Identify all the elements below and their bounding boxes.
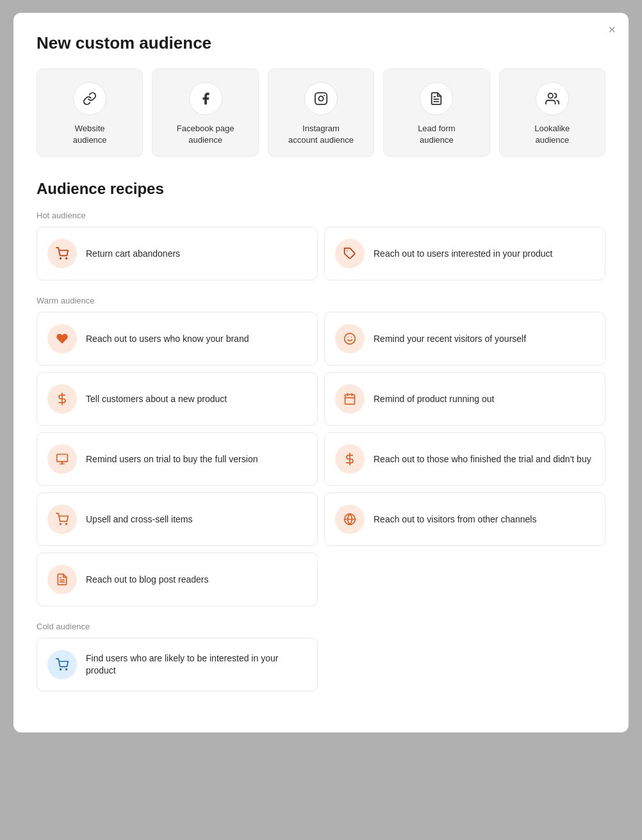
website-icon <box>73 82 106 115</box>
product-running-out-text: Remind of product running out <box>374 393 494 406</box>
svg-point-20 <box>60 524 62 525</box>
audience-type-instagram[interactable]: Instagram account audience <box>268 69 374 157</box>
recipes-container: Hot audienceReturn cart abandonersReach … <box>37 211 605 691</box>
recipe-new-product[interactable]: Tell customers about a new product <box>37 372 318 426</box>
upsell-text: Upsell and cross-sell items <box>86 513 193 526</box>
recipe-other-channels[interactable]: Reach out to visitors from other channel… <box>324 492 605 546</box>
svg-rect-12 <box>345 395 355 405</box>
svg-point-6 <box>66 258 67 259</box>
modal-title: New custom audience <box>37 33 605 53</box>
group-hot-audience: Hot audienceReturn cart abandonersReach … <box>37 211 605 280</box>
facebook-icon <box>189 82 222 115</box>
instagram-label: Instagram account audience <box>288 123 354 146</box>
svg-point-21 <box>66 524 67 525</box>
recipe-find-users[interactable]: Find users who are likely to be interest… <box>37 638 318 691</box>
leadform-icon <box>420 82 453 115</box>
interested-product-text: Reach out to users interested in your pr… <box>374 248 552 261</box>
audience-type-facebook[interactable]: Facebook page audience <box>152 69 258 157</box>
other-channels-icon <box>335 505 365 534</box>
return-cart-text: Return cart abandoners <box>86 248 180 261</box>
svg-point-8 <box>345 334 356 344</box>
svg-point-5 <box>60 258 62 259</box>
recipe-recent-visitors[interactable]: Remind your recent visitors of yourself <box>324 312 605 366</box>
svg-point-26 <box>60 669 62 670</box>
lookalike-label: Lookalike audience <box>534 123 570 146</box>
recipes-title: Audience recipes <box>37 180 605 198</box>
know-brand-icon <box>47 324 77 353</box>
recipe-trial-buy[interactable]: Remind users on trial to buy the full ve… <box>37 432 318 486</box>
finished-trial-text: Reach out to those who finished the tria… <box>374 453 591 466</box>
svg-point-4 <box>548 93 552 98</box>
find-users-text: Find users who are likely to be interest… <box>86 652 307 677</box>
recipe-grid: Reach out to users who know your brandRe… <box>37 312 605 606</box>
group-label: Hot audience <box>37 211 605 220</box>
group-label: Cold audience <box>37 622 605 631</box>
recipe-grid: Return cart abandonersReach out to users… <box>37 227 605 280</box>
recipe-return-cart[interactable]: Return cart abandoners <box>37 227 318 280</box>
upsell-icon <box>47 505 77 534</box>
blog-readers-icon <box>47 565 77 594</box>
audience-type-website[interactable]: Website audience <box>37 69 143 157</box>
recipe-know-brand[interactable]: Reach out to users who know your brand <box>37 312 318 366</box>
svg-point-27 <box>66 669 67 670</box>
group-label: Warm audience <box>37 296 605 305</box>
group-warm-audience: Warm audienceReach out to users who know… <box>37 296 605 606</box>
find-users-icon <box>47 650 77 679</box>
recipe-grid: Find users who are likely to be interest… <box>37 638 605 691</box>
return-cart-icon <box>47 239 77 268</box>
new-product-text: Tell customers about a new product <box>86 393 227 406</box>
group-cold-audience: Cold audienceFind users who are likely t… <box>37 622 605 691</box>
blog-readers-text: Reach out to blog post readers <box>86 574 208 586</box>
audience-types-row: Website audienceFacebook page audienceIn… <box>37 69 605 157</box>
recent-visitors-icon <box>335 324 365 353</box>
audience-type-lookalike[interactable]: Lookalike audience <box>499 69 605 157</box>
facebook-label: Facebook page audience <box>177 123 235 146</box>
new-product-icon <box>47 384 77 414</box>
website-label: Website audience <box>73 123 107 146</box>
recipe-blog-readers[interactable]: Reach out to blog post readers <box>37 553 318 606</box>
recipe-upsell[interactable]: Upsell and cross-sell items <box>37 492 318 546</box>
audience-type-leadform[interactable]: Lead form audience <box>383 69 490 157</box>
trial-buy-icon <box>47 444 77 474</box>
svg-rect-0 <box>315 93 327 104</box>
other-channels-text: Reach out to visitors from other channel… <box>374 513 536 526</box>
recipe-interested-product[interactable]: Reach out to users interested in your pr… <box>324 227 605 280</box>
interested-product-icon <box>335 239 365 268</box>
recipe-finished-trial[interactable]: Reach out to those who finished the tria… <box>324 432 605 486</box>
svg-rect-16 <box>57 455 68 462</box>
trial-buy-text: Remind users on trial to buy the full ve… <box>86 453 258 466</box>
close-button[interactable]: × <box>608 23 616 36</box>
leadform-label: Lead form audience <box>418 123 456 146</box>
modal: × New custom audience Website audienceFa… <box>13 13 629 732</box>
know-brand-text: Reach out to users who know your brand <box>86 333 249 346</box>
product-running-out-icon <box>335 384 365 414</box>
recipe-product-running-out[interactable]: Remind of product running out <box>324 372 605 426</box>
instagram-icon <box>304 82 338 115</box>
lookalike-icon <box>536 82 569 115</box>
recent-visitors-text: Remind your recent visitors of yourself <box>374 333 526 346</box>
finished-trial-icon <box>335 444 365 474</box>
